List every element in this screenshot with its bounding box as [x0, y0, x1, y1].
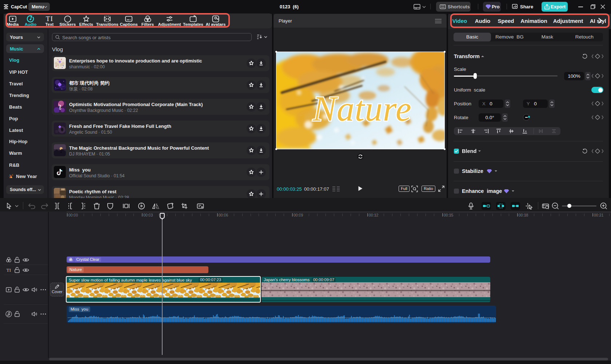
svg-text:OW: OW [59, 105, 62, 110]
svg-text:Nature: Nature [312, 89, 412, 128]
svg-text:TI: TI [7, 267, 11, 273]
